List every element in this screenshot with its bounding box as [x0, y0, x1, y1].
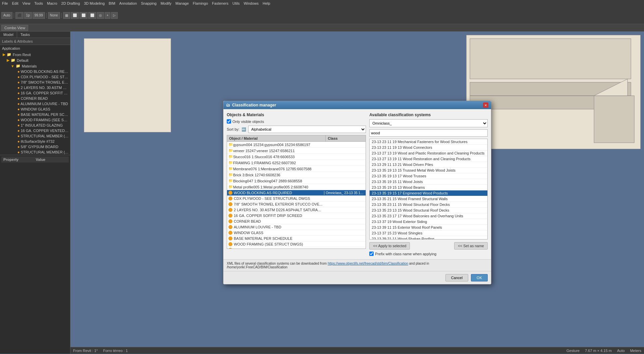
toolbar-icon6[interactable]: ▷	[111, 12, 118, 19]
list-item-brick[interactable]: 📁 Brick 3:Brick 12740:6608236	[227, 172, 366, 178]
list-item-metal-profile[interactable]: 📁 Metal profile005 1:Metal profile005 2:…	[227, 184, 366, 190]
class-item-wood-beams[interactable]: 23-13 35 19 15 13 Wood Beams	[370, 185, 487, 190]
prefix-checkbox[interactable]	[369, 252, 374, 256]
classif-system-dropdown[interactable]: Omniclass_	[369, 119, 488, 127]
cancel-button[interactable]: Cancel	[445, 274, 468, 281]
list-item-glazing-obj[interactable]: 1" INSULATED GLAZING	[227, 247, 366, 249]
list-item-gypsum[interactable]: 📁 gypsum004 15234:gypsum004 15234:658619…	[227, 142, 366, 148]
menu-windows[interactable]: Windows	[244, 1, 259, 5]
sidebar-item-wood-blocking[interactable]: ● WOOD BLOCKING AS REQUIRE	[12, 69, 70, 74]
list-item-cdx[interactable]: CDX PLYWOOD - SEE STRUCTURAL DWGS	[227, 196, 366, 202]
toolbar-auto[interactable]: Auto	[1, 12, 12, 19]
list-item-membrane[interactable]: 📁 Membrane076 1:Membrane076 12785:660758…	[227, 166, 366, 172]
class-item-wood-plastic-restoration[interactable]: 23-13 27 13 19 Wood and Plastic Restorat…	[370, 150, 487, 156]
sidebar-item-base-material[interactable]: ● BASE MATERIAL PER SCHEDULE	[12, 112, 70, 117]
class-item-wood-roof-decks[interactable]: 23-13 35 23 13 15 Wood Structural Roof D…	[370, 208, 487, 213]
tree-default[interactable]: ▶ 📁 Default	[4, 57, 70, 63]
sidebar-item-layers[interactable]: ● 2 LAYERS NO. 30 ASTM D226 A	[12, 85, 70, 90]
list-item-corner-bead-obj[interactable]: CORNER BEAD	[227, 219, 366, 224]
class-list[interactable]: 23-13 23 11 19 Mechanical Fasteners for …	[369, 139, 488, 239]
menu-fasteners[interactable]: Fasteners	[212, 1, 228, 5]
list-item-asphalt[interactable]: 2 LAYERS NO. 30 ASTM D226 ASPHALT SATURA…	[227, 207, 366, 213]
class-item-exterior-wood-roof[interactable]: 23-13 39 11 15 Exterior Wood Roof Panels	[370, 225, 487, 230]
list-item-blocking[interactable]: 📁 Blocking047 1:Blocking047 2889:6608558	[227, 178, 366, 184]
sort-select[interactable]: Alphabetical	[248, 126, 366, 133]
object-list[interactable]: 📁 gypsum004 15234:gypsum004 15234:658619…	[227, 141, 366, 249]
sidebar-item-cdx-plywood[interactable]: ● CDX PLYWOOD - SEE STRUCTU	[12, 74, 70, 80]
list-item-window-glass-obj[interactable]: WINDOW GLASS	[227, 230, 366, 236]
list-item-veneer[interactable]: 📁 veneer 15247:veneer 15247:6586211	[227, 148, 366, 154]
menu-annotation[interactable]: Annotation	[119, 1, 137, 5]
tree-from-revit[interactable]: ▶ 📁 From Revit	[0, 52, 70, 57]
sidebar-item-ifc-surface[interactable]: ● ifcSurfaceStyle #732	[12, 139, 70, 144]
class-item-wood-connectors[interactable]: 23-13 23 11 19 13 Wood Connectors	[370, 145, 487, 150]
toolbar-grid[interactable]: ▦	[63, 12, 70, 19]
class-item-engineered-wood[interactable]: 23-13 35 19 15 17 Engineered Wood Produc…	[370, 190, 487, 196]
menu-edit[interactable]: Edit	[12, 1, 18, 5]
menu-3d-modeling[interactable]: 3D Modeling	[84, 1, 105, 5]
menu-manage[interactable]: Manage	[175, 1, 189, 5]
class-item-wood-balconies[interactable]: 23-13 35 23 17 17 Wood Balconies and Ove…	[370, 213, 487, 219]
toolbar-none[interactable]: None	[48, 12, 60, 19]
sidebar-item-corner-bead[interactable]: ● CORNER BEAD	[12, 96, 70, 101]
sidebar-item-gypsum-board[interactable]: ● 5/8" GYPSUM BOARD	[12, 144, 70, 149]
menu-file[interactable]: File	[2, 1, 8, 5]
sidebar-item-copper-vented[interactable]: ● 16 GA. COPPER VENTED T REVE	[12, 128, 70, 133]
menu-snapping[interactable]: Snapping	[141, 1, 157, 5]
menu-flamingo[interactable]: Flamingo	[193, 1, 208, 5]
sidebar-item-aluminium[interactable]: ● ALUMINIUM LOUVRE - TBD	[12, 101, 70, 106]
toolbar-icon1[interactable]: ⬜	[71, 12, 79, 19]
sidebar-item-window-glass[interactable]: ● WINDOW GLASS	[12, 106, 70, 112]
class-item-wood-framed-walls[interactable]: 23-13 35 21 15 Wood Framed Structural Wa…	[370, 196, 487, 202]
class-item-wood-floor-decks[interactable]: 23-13 35 23 11 15 Wood Structural Floor …	[370, 202, 487, 208]
ok-button[interactable]: OK	[471, 274, 488, 281]
class-item-mechanical-fasteners[interactable]: 23-13 23 11 19 Mechanical Fasteners for …	[370, 139, 487, 145]
list-item-framing[interactable]: 📁 FRAMING 1:FRAMING 6252:6607392	[227, 160, 366, 166]
class-item-wood-shakes[interactable]: 23-13 39 21 11 Wood Shakes Roofing	[370, 236, 487, 239]
sidebar-item-copper-soffit[interactable]: ● 16 GA. COPPER SOFFIT DRIP SC	[12, 90, 70, 96]
dialog-close-button[interactable]: ✕	[483, 102, 488, 108]
list-item-stucco[interactable]: 📁 Stucco016 1:Stucco016 478:6606533	[227, 154, 366, 160]
class-item-wood-restoration[interactable]: 23-13 27 13 19 11 Wood Restoration and C…	[370, 156, 487, 162]
sidebar-item-structural-member2[interactable]: ● STRUCTURAL MEMBER (SEE DW	[12, 149, 70, 155]
sidebar-item-smooth-trowel[interactable]: ● 7/8" SMOOTH TROWEL EXTERIC	[12, 80, 70, 85]
list-item-copper-soffit-drip[interactable]: 16 GA. COPPER SOFFIT DRIP SCREED	[227, 213, 366, 219]
toolbar-icon5[interactable]: +	[105, 12, 111, 19]
menu-view[interactable]: View	[22, 1, 31, 5]
tasks-tab[interactable]: Tasks	[17, 32, 33, 38]
menu-modify[interactable]: Modify	[161, 1, 171, 5]
sidebar-item-structural-member[interactable]: ● STRUCTURAL MEMBER (SEE STI	[12, 133, 70, 139]
list-item-aluminium-louvre[interactable]: ALUMINIUM LOUVRE - TBD	[227, 224, 366, 230]
toolbar-icon4[interactable]: ◎	[97, 12, 104, 19]
menu-2d-drafting[interactable]: 2D Drafting	[61, 1, 80, 5]
class-item-wood-shingles[interactable]: 23-13 37 15 23 Wood Shingles	[370, 230, 487, 236]
class-item-wood-exterior-siding[interactable]: 23-13 37 19 Wood Exterior Siding	[370, 219, 487, 225]
apply-to-selected-button[interactable]: << Apply to selected	[369, 242, 410, 250]
list-item-base-material-obj[interactable]: BASE MATERIAL PER SCHEDULE	[227, 236, 366, 241]
class-search-input[interactable]	[369, 129, 488, 137]
toolbar-icon3[interactable]: ⬜	[88, 12, 96, 19]
set-as-name-button[interactable]: << Set as name	[454, 242, 488, 250]
list-item-trowel[interactable]: 7/8" SMOOTH TROWEL EXTERIOR STUCCO OVE..…	[227, 202, 366, 207]
footer-link[interactable]: https://www.objectifs.net/freecad/std/bi…	[328, 262, 408, 265]
toolbar-zoom[interactable]: 99.99	[33, 12, 45, 19]
visible-objects-checkbox[interactable]	[227, 119, 231, 124]
menu-utils[interactable]: Utils	[232, 1, 239, 5]
class-item-wood-joists[interactable]: 23-13 35 19 15 11 Wood Joists	[370, 179, 487, 185]
list-item-wood-framing-obj[interactable]: WOOD FRAMING (SEE STRUCT DWGS)	[227, 241, 366, 247]
menu-bim[interactable]: BIM	[109, 1, 115, 5]
sidebar-item-insulated-glazing[interactable]: ● 1" INSULATED GLAZING	[12, 123, 70, 128]
class-item-wood-driven-piles[interactable]: 23-13 29 11 13 21 Wood Driven Piles	[370, 162, 487, 168]
tab-combo-view[interactable]: Combo View	[1, 25, 28, 31]
toolbar-icon2[interactable]: ⬜	[79, 12, 88, 19]
list-item-wood-blocking[interactable]: WOOD BLOCKING AS REQUIRED Omniclass_ 23-…	[227, 190, 366, 196]
class-item-trussed-metal[interactable]: 23-13 35 19 13 15 Trussed Metal Web Wood…	[370, 168, 487, 173]
tree-materials[interactable]: ▼ 📁 Materials	[8, 63, 70, 69]
menu-macro[interactable]: Macro	[47, 1, 57, 5]
menu-help[interactable]: Help	[263, 1, 270, 5]
model-tab[interactable]: Model	[0, 32, 17, 38]
class-item-wood-trusses[interactable]: 23-13 35 19 13 17 Wood Trusses	[370, 173, 487, 179]
toolbar-snap2[interactable]: 1p	[24, 12, 32, 19]
sidebar-item-wood-framing[interactable]: ● WOOD FRAMING (SEE STRUCT D	[12, 117, 70, 123]
toolbar-snap[interactable]: ⬛	[15, 12, 23, 19]
